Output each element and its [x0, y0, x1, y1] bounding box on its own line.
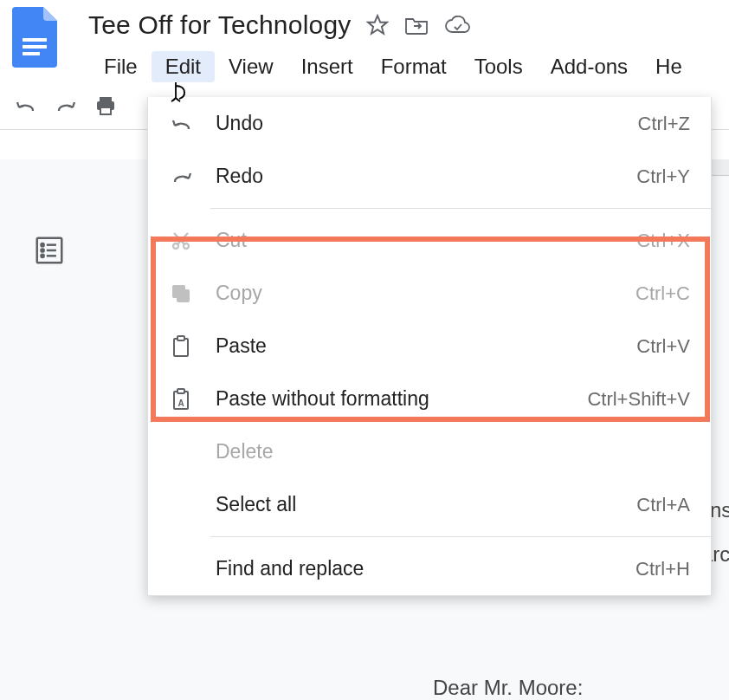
menu-label: Undo — [216, 112, 638, 135]
title-menu-area: Tee Off for Technology File — [88, 9, 729, 82]
svg-point-10 — [42, 249, 44, 251]
menu-shortcut: Ctrl+A — [636, 494, 690, 516]
document-outline-icon[interactable] — [33, 234, 66, 270]
menu-separator — [210, 536, 711, 537]
move-icon[interactable] — [404, 15, 429, 36]
svg-rect-1 — [23, 45, 47, 49]
menu-label: Paste — [216, 334, 636, 358]
paste-plain-icon: A — [171, 388, 202, 411]
ruler-fragment — [710, 159, 729, 176]
svg-rect-19 — [177, 336, 184, 340]
menu-insert[interactable]: Insert — [287, 51, 367, 82]
menu-item-paste[interactable]: Paste Ctrl+V — [148, 320, 711, 373]
menu-shortcut: Ctrl+Shift+V — [587, 388, 690, 411]
menu-shortcut: Ctrl+C — [635, 282, 690, 305]
body-text-fragment: ns — [710, 498, 729, 522]
menu-tools[interactable]: Tools — [461, 51, 537, 82]
star-icon[interactable] — [366, 14, 389, 36]
menu-shortcut: Ctrl+Y — [636, 165, 690, 188]
body-text-fragment: Dear Mr. Moore: — [433, 676, 729, 700]
menu-item-select-all[interactable]: Select all Ctrl+A — [148, 478, 711, 531]
svg-text:A: A — [177, 399, 184, 408]
undo-icon — [171, 115, 202, 133]
menubar: File Edit View Insert Format Tools Add-o… — [90, 51, 729, 82]
svg-rect-4 — [100, 97, 112, 101]
menu-item-copy[interactable]: Copy Ctrl+C — [148, 267, 711, 320]
menu-label: Redo — [216, 165, 636, 188]
menu-addons[interactable]: Add-ons — [537, 51, 642, 82]
docs-logo-icon[interactable] — [12, 7, 57, 68]
menu-item-cut[interactable]: Cut Ctrl+X — [148, 214, 711, 267]
edit-dropdown: Undo Ctrl+Z Redo Ctrl+Y Cut Ctrl+X Copy … — [147, 97, 712, 596]
undo-icon[interactable] — [16, 97, 36, 118]
svg-rect-2 — [23, 52, 40, 55]
menu-format[interactable]: Format — [367, 51, 461, 82]
menu-shortcut: Ctrl+X — [636, 230, 690, 252]
paste-icon — [171, 335, 202, 358]
menu-label: Find and replace — [216, 557, 635, 580]
menu-item-find-replace[interactable]: Find and replace Ctrl+H — [148, 542, 711, 595]
svg-rect-0 — [23, 38, 47, 42]
menu-label: Copy — [216, 282, 635, 305]
svg-point-8 — [42, 243, 44, 246]
menu-edit[interactable]: Edit — [152, 51, 215, 82]
menu-separator — [210, 208, 711, 209]
menu-item-undo[interactable]: Undo Ctrl+Z — [148, 97, 711, 150]
menu-item-delete: Delete — [148, 425, 711, 478]
redo-icon — [171, 168, 202, 185]
print-icon[interactable] — [95, 96, 116, 119]
svg-point-12 — [42, 255, 44, 257]
menu-label: Cut — [216, 229, 636, 252]
svg-marker-3 — [369, 16, 388, 34]
svg-rect-17 — [177, 290, 189, 301]
menu-label: Paste without formatting — [216, 387, 587, 411]
menu-shortcut: Ctrl+Z — [638, 113, 691, 135]
menu-label: Delete — [216, 440, 690, 463]
svg-rect-6 — [100, 107, 111, 114]
copy-icon — [171, 283, 202, 304]
cloud-icon[interactable] — [444, 16, 470, 35]
header: Tee Off for Technology File — [0, 0, 729, 82]
doc-title-row: Tee Off for Technology — [88, 10, 729, 40]
doc-title[interactable]: Tee Off for Technology — [88, 10, 351, 40]
menu-view[interactable]: View — [215, 51, 287, 82]
menu-item-redo[interactable]: Redo Ctrl+Y — [148, 150, 711, 203]
menu-label: Select all — [216, 493, 636, 516]
menu-shortcut: Ctrl+H — [635, 558, 690, 580]
menu-help[interactable]: He — [642, 51, 696, 82]
svg-rect-21 — [177, 389, 184, 393]
menu-file[interactable]: File — [90, 51, 152, 82]
redo-icon[interactable] — [55, 97, 76, 118]
cut-icon — [171, 230, 202, 251]
menu-shortcut: Ctrl+V — [636, 335, 690, 358]
menu-item-paste-without-formatting[interactable]: A Paste without formatting Ctrl+Shift+V — [148, 373, 711, 425]
